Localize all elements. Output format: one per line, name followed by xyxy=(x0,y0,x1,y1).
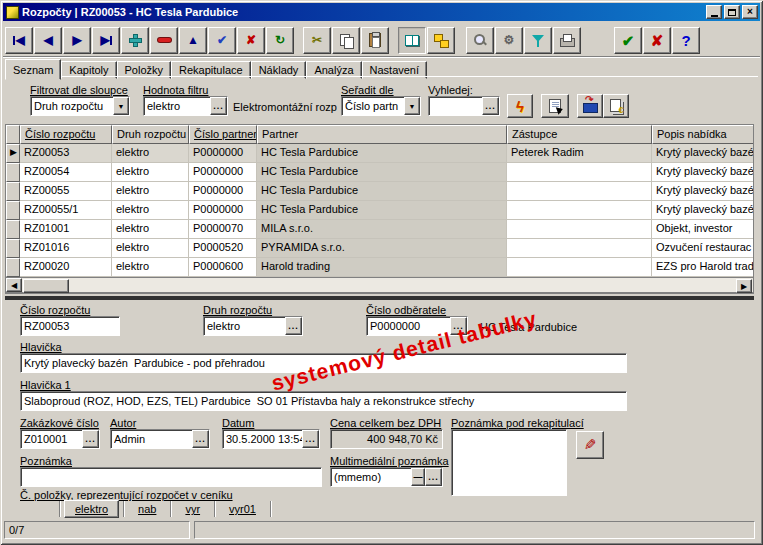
table-cell[interactable]: Ozvučení restaurac xyxy=(652,239,754,258)
column-header-cislo-partnera[interactable]: Číslo partnera xyxy=(189,125,257,144)
dataset-tab-vyr[interactable]: vyr xyxy=(175,501,210,517)
table-cell[interactable]: elektro xyxy=(112,201,189,220)
dataset-tab-nab[interactable]: nab xyxy=(128,501,166,517)
table-cell[interactable]: RZ01001 xyxy=(20,220,112,239)
table-cell[interactable] xyxy=(507,220,652,239)
table-cell[interactable]: elektro xyxy=(112,239,189,258)
table-cell[interactable]: RZ00055 xyxy=(20,182,112,201)
horizontal-scrollbar[interactable]: ◀ ▶ xyxy=(5,277,754,293)
table-cell[interactable]: elektro xyxy=(112,220,189,239)
filter-button[interactable] xyxy=(524,27,552,54)
next-record-button[interactable]: ▶ xyxy=(63,27,91,54)
ok-button[interactable]: ✔ xyxy=(614,27,642,54)
search-field[interactable]: ... xyxy=(428,96,500,116)
chevron-down-icon[interactable]: ▼ xyxy=(113,97,129,115)
column-header-zastupce[interactable]: Zástupce xyxy=(507,125,652,144)
last-record-button[interactable]: ▶ xyxy=(92,27,120,54)
table-cell[interactable]: P0000520 xyxy=(189,239,257,258)
recap-note-edit-button[interactable]: ✎ xyxy=(576,431,604,459)
mm-note-field[interactable]: (mmemo) — ... xyxy=(330,467,443,487)
post-edit-button[interactable]: ✔ xyxy=(208,27,236,54)
table-cell[interactable]: RZ00055/1 xyxy=(20,201,112,220)
table-cell[interactable] xyxy=(507,182,652,201)
sort-select[interactable]: Číslo partn ▼ xyxy=(341,96,421,116)
chevron-down-icon[interactable]: ▼ xyxy=(404,97,420,115)
table-cell[interactable]: RZ00054 xyxy=(20,163,112,182)
table-cell[interactable]: Krytý plavecký bazé xyxy=(652,182,754,201)
table-cell[interactable]: elektro xyxy=(112,182,189,201)
table-cell[interactable]: EZS pro Harold trad xyxy=(652,258,754,277)
copy-button[interactable] xyxy=(332,27,360,54)
dataset-tab-elektro[interactable]: elektro xyxy=(64,500,119,518)
table-row[interactable]: RZ00055/1elektroP0000000HC Tesla Pardubi… xyxy=(6,201,753,220)
delete-record-button[interactable] xyxy=(150,27,178,54)
tab-kapitoly[interactable]: Kapitoly xyxy=(61,61,116,79)
splitter-handle[interactable] xyxy=(5,296,754,300)
budget-type-field[interactable]: ... xyxy=(203,316,303,336)
table-cell[interactable]: P0000600 xyxy=(189,258,257,277)
table-cell[interactable]: P0000000 xyxy=(189,163,257,182)
column-header-popis-nabidka[interactable]: Popis nabídka xyxy=(652,125,754,144)
table-row[interactable]: RZ00054elektroP0000000HC Tesla Pardubice… xyxy=(6,163,753,182)
ellipsis-button[interactable]: ... xyxy=(192,430,209,448)
table-cell[interactable]: elektro xyxy=(112,258,189,277)
note-field[interactable] xyxy=(20,467,322,487)
scroll-right-button[interactable]: ▶ xyxy=(736,279,752,293)
table-cell[interactable]: elektro xyxy=(112,144,189,163)
column-header-cislo-rozpoctu[interactable]: Číslo rozpočtu xyxy=(20,125,112,144)
budget-type-input[interactable] xyxy=(207,320,285,332)
author-input[interactable] xyxy=(114,433,192,445)
table-cell[interactable]: Krytý plavecký bazé xyxy=(652,201,754,220)
table-cell[interactable]: RZ00053 xyxy=(20,144,112,163)
date-field[interactable]: ... xyxy=(222,429,320,449)
table-cell[interactable]: elektro xyxy=(112,163,189,182)
header1-input[interactable] xyxy=(24,395,626,407)
table-cell[interactable]: MILA s.r.o. xyxy=(257,220,507,239)
cancel-button[interactable]: ✘ xyxy=(643,27,671,54)
tab-polozky[interactable]: Položky xyxy=(117,61,172,79)
table-cell[interactable] xyxy=(507,201,652,220)
restore-order-button[interactable] xyxy=(577,94,603,118)
ellipsis-button[interactable]: ... xyxy=(285,317,302,335)
table-cell[interactable]: RZ00020 xyxy=(20,258,112,277)
cut-button[interactable]: ✂ xyxy=(303,27,331,54)
price-documents-button[interactable] xyxy=(603,94,629,118)
order-no-input[interactable] xyxy=(24,433,82,445)
note-input[interactable] xyxy=(24,471,321,483)
tab-naklady[interactable]: Náklady xyxy=(251,61,307,79)
first-record-button[interactable]: ◀ xyxy=(5,27,33,54)
print-button[interactable] xyxy=(553,27,581,54)
table-cell[interactable]: Krytý plavecký bazé xyxy=(652,163,754,182)
table-row[interactable]: RZ01016elektroP0000520PYRAMIDA s.r.o.Ozv… xyxy=(6,239,753,258)
browse-mode-button[interactable] xyxy=(398,27,426,54)
paste-button[interactable] xyxy=(361,27,389,54)
date-input[interactable] xyxy=(226,433,302,445)
tab-rekapitulace[interactable]: Rekapitulace xyxy=(171,61,251,79)
table-cell[interactable]: Peterek Radim xyxy=(507,144,652,163)
ellipsis-button[interactable]: ... xyxy=(210,97,227,115)
search-input[interactable] xyxy=(432,100,482,112)
table-cell[interactable]: HC Tesla Pardubice xyxy=(257,182,507,201)
search-button[interactable] xyxy=(466,27,494,54)
header1-field[interactable] xyxy=(20,391,627,411)
tab-seznam[interactable]: Seznam xyxy=(5,59,61,80)
insert-record-button[interactable] xyxy=(121,27,149,54)
table-row[interactable]: RZ00020elektroP0000600Harold tradingEZS … xyxy=(6,258,753,277)
table-cell[interactable]: P0000000 xyxy=(189,182,257,201)
order-no-field[interactable]: ... xyxy=(20,429,100,449)
minimize-button[interactable] xyxy=(706,5,722,19)
filter-column-select[interactable]: Druh rozpočtu ▼ xyxy=(30,96,130,116)
cancel-edit-button[interactable]: ✘ xyxy=(237,27,265,54)
quick-search-button[interactable]: ϟ xyxy=(507,94,533,118)
table-cell[interactable]: P0000000 xyxy=(189,201,257,220)
maximize-button[interactable] xyxy=(724,5,740,19)
budget-no-input[interactable] xyxy=(24,320,119,332)
ellipsis-button[interactable]: ... xyxy=(82,430,99,448)
table-cell[interactable]: Objekt, investor xyxy=(652,220,754,239)
edit-record-button[interactable]: ▲ xyxy=(179,27,207,54)
ellipsis-button[interactable]: ... xyxy=(425,468,442,486)
table-cell[interactable]: Harold trading xyxy=(257,258,507,277)
table-cell[interactable]: HC Tesla Pardubice xyxy=(257,201,507,220)
mm-note-clear-button[interactable]: — xyxy=(411,468,425,486)
filter-value-input[interactable] xyxy=(147,100,210,112)
